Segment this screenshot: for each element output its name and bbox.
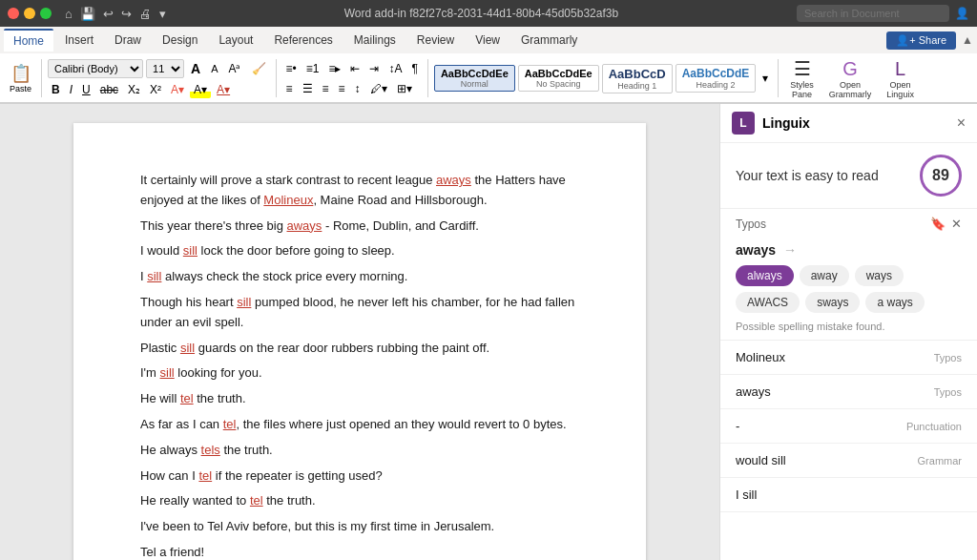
para-1: It certainly will prove a stark contrast…: [140, 171, 579, 211]
redo-icon[interactable]: ↪: [121, 7, 132, 21]
home-icon[interactable]: ⌂: [65, 7, 73, 21]
italic-button[interactable]: I: [66, 81, 76, 98]
share-button[interactable]: 👤+ Share: [886, 31, 956, 50]
show-marks-button[interactable]: ¶: [407, 60, 421, 77]
text-color-button[interactable]: A▾: [167, 81, 188, 98]
align-left-button[interactable]: ≡: [282, 80, 297, 97]
chip-ways[interactable]: ways: [855, 265, 904, 286]
increase-indent-button[interactable]: ⇥: [365, 60, 383, 77]
style-heading2[interactable]: AaBbCcDdE Heading 2: [676, 64, 757, 93]
bullets-button[interactable]: ≡•: [282, 60, 301, 77]
issue-dash[interactable]: - Punctuation: [720, 409, 977, 444]
tab-review[interactable]: Review: [407, 30, 464, 51]
issue-type-dash: Punctuation: [906, 421, 962, 432]
tab-mailings[interactable]: Mailings: [344, 30, 405, 51]
panel-header: L Linguix ×: [720, 104, 977, 143]
tab-references[interactable]: References: [264, 30, 342, 51]
search-input[interactable]: [797, 5, 949, 22]
toolbar: 📋 Paste Calibri (Body) 11 A A Aᵃ 🧹: [0, 53, 977, 103]
chip-always[interactable]: always: [736, 265, 794, 286]
issue-aways[interactable]: aways Typos: [720, 375, 977, 409]
close-dot[interactable]: [8, 8, 19, 19]
issue-i-sill[interactable]: I sill: [720, 478, 977, 512]
print-icon[interactable]: 🖨: [139, 7, 152, 21]
style-normal[interactable]: AaBbCcDdEe Normal: [434, 65, 515, 92]
tab-view[interactable]: View: [466, 30, 509, 51]
shading-button[interactable]: 🖊▾: [366, 80, 391, 97]
para-2: This year there's three big aways - Rome…: [140, 217, 579, 237]
tab-grammarly[interactable]: Grammarly: [511, 30, 587, 51]
chip-away[interactable]: away: [800, 265, 849, 286]
panel-close-button[interactable]: ×: [957, 114, 966, 132]
minimize-dot[interactable]: [24, 8, 35, 19]
issue-word-aways: aways: [736, 384, 934, 399]
nav-icons: ⌂ 💾 ↩ ↪ 🖨 ▾: [65, 7, 166, 21]
align-center-button[interactable]: ☰: [299, 80, 317, 97]
grow-font-button[interactable]: A: [187, 59, 204, 78]
issue-word-molineux: Molineux: [736, 350, 934, 364]
font-color-btn2[interactable]: A▾: [213, 81, 234, 98]
border-button[interactable]: ⊞▾: [393, 80, 416, 97]
issue-word-dash: -: [736, 419, 906, 433]
style-no-spacing[interactable]: AaBbCcDdEe No Spacing: [518, 65, 599, 92]
collapse-icon[interactable]: ▲: [962, 33, 973, 47]
error-tels: tels: [201, 443, 220, 457]
error-tel-3: tel: [198, 468, 212, 483]
issue-type-would-sill: Grammar: [918, 455, 962, 467]
subscript-button[interactable]: X₂: [124, 81, 144, 98]
justify-button[interactable]: ≡: [335, 80, 349, 97]
score-circle: 89: [920, 155, 962, 197]
style-heading1[interactable]: AaBbCcD Heading 1: [602, 64, 673, 93]
clear-format-button[interactable]: 🧹: [248, 60, 270, 77]
save-icon[interactable]: 💾: [80, 7, 95, 21]
more-icon[interactable]: ▾: [159, 7, 166, 21]
tab-design[interactable]: Design: [153, 30, 207, 51]
suggestion-note: Possible spelling mistake found.: [720, 321, 977, 340]
font-family-select[interactable]: Calibri (Body): [48, 59, 143, 78]
chip-awacs[interactable]: AWACS: [736, 292, 800, 313]
bold-button[interactable]: B: [48, 81, 64, 98]
typos-header: Typos 🔖 ✕: [720, 209, 977, 239]
highlight-button[interactable]: A▾: [190, 81, 211, 98]
sort-button[interactable]: ↕A: [385, 60, 405, 77]
error-tel-2: tel: [223, 417, 237, 431]
numbering-button[interactable]: ≡1: [302, 60, 323, 77]
line-spacing-button[interactable]: ↕: [351, 80, 364, 97]
strikethrough-button[interactable]: abc: [96, 81, 122, 98]
styles-pane-button[interactable]: ☰ Styles Pane: [784, 55, 820, 101]
styles-more-button[interactable]: ▾: [759, 70, 772, 87]
maximize-dot[interactable]: [40, 8, 52, 19]
tab-home[interactable]: Home: [4, 29, 53, 52]
document-area[interactable]: It certainly will prove a stark contrast…: [0, 104, 719, 560]
chip-sways[interactable]: sways: [805, 292, 860, 313]
action-buttons: ☰ Styles Pane G Open Grammarly L Open Li…: [784, 55, 920, 101]
issue-molineux[interactable]: Molineux Typos: [720, 341, 977, 375]
linguix-icon: L: [895, 58, 905, 80]
shrink-font-button[interactable]: A: [207, 61, 221, 76]
tab-insert[interactable]: Insert: [55, 30, 103, 51]
align-right-button[interactable]: ≡: [319, 80, 333, 97]
para-10: He always tels the truth.: [140, 441, 579, 461]
undo-icon[interactable]: ↩: [103, 7, 114, 21]
decrease-indent-button[interactable]: ⇤: [346, 60, 364, 77]
share-icon: 👤+: [896, 34, 915, 47]
underline-button[interactable]: U: [78, 81, 94, 98]
document-page[interactable]: It certainly will prove a stark contrast…: [73, 123, 646, 560]
clipboard-section: 📋 Paste: [6, 59, 42, 97]
tab-layout[interactable]: Layout: [209, 30, 262, 51]
font-size-select[interactable]: 11: [146, 59, 184, 78]
typos-close-icon[interactable]: ✕: [951, 217, 962, 231]
issue-would-sill[interactable]: would sill Grammar: [720, 444, 977, 478]
open-linguix-button[interactable]: L Open Linguix: [881, 56, 920, 101]
chip-a-ways[interactable]: a ways: [865, 292, 924, 313]
user-icon[interactable]: 👤: [955, 7, 969, 20]
open-grammarly-button[interactable]: G Open Grammarly: [823, 56, 878, 101]
multilevel-button[interactable]: ≡▸: [324, 60, 344, 77]
change-case-button[interactable]: Aᵃ: [224, 60, 244, 77]
bookmark-icon[interactable]: 🔖: [930, 217, 946, 231]
paste-button[interactable]: 📋 Paste: [6, 61, 35, 95]
superscript-button[interactable]: X²: [146, 81, 165, 98]
side-panel: L Linguix × Your text is easy to read 89…: [719, 104, 977, 560]
tab-draw[interactable]: Draw: [105, 30, 151, 51]
issue-list[interactable]: Molineux Typos aways Typos - Punctuation…: [720, 341, 977, 560]
